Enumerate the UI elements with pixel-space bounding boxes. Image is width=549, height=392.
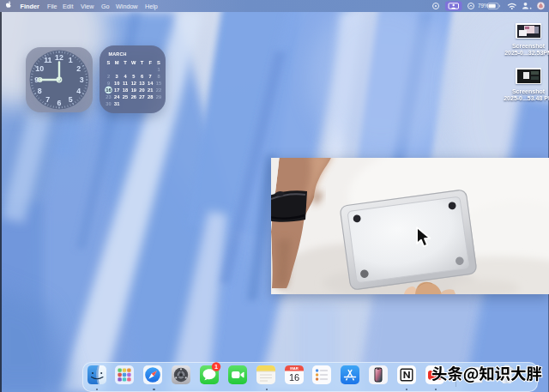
svg-text:11: 11: [44, 56, 51, 64]
svg-text:MARCH: MARCH: [109, 51, 127, 57]
svg-text:29: 29: [156, 94, 161, 100]
svg-text:3: 3: [116, 74, 118, 79]
svg-text:21: 21: [148, 87, 153, 93]
svg-text:23: 23: [106, 94, 111, 100]
svg-text:1: 1: [69, 56, 73, 64]
svg-text:Go: Go: [101, 3, 110, 10]
svg-text:W: W: [131, 60, 136, 65]
svg-text:16: 16: [288, 372, 299, 383]
svg-text:M: M: [115, 60, 119, 65]
svg-text:7: 7: [149, 74, 152, 79]
svg-text:View: View: [81, 3, 94, 10]
svg-text:27: 27: [139, 94, 144, 100]
svg-text:1: 1: [214, 364, 218, 370]
svg-text:Window: Window: [116, 3, 138, 10]
svg-text:7: 7: [45, 95, 50, 104]
svg-text:5: 5: [69, 95, 73, 104]
svg-text:16: 16: [106, 87, 112, 93]
svg-text:S: S: [157, 60, 160, 65]
svg-text:8: 8: [38, 87, 42, 95]
svg-text:4: 4: [76, 87, 81, 95]
svg-text:S: S: [107, 60, 111, 65]
svg-text:15: 15: [156, 81, 161, 86]
svg-text:10: 10: [35, 64, 44, 73]
svg-text:F: F: [148, 60, 152, 65]
svg-text:MAR: MAR: [290, 366, 299, 371]
svg-text:8: 8: [157, 74, 160, 79]
svg-text:12: 12: [131, 81, 136, 86]
svg-text:10: 10: [114, 81, 119, 86]
svg-text:2: 2: [76, 64, 81, 73]
svg-text:17: 17: [114, 87, 119, 93]
svg-text:31: 31: [114, 101, 119, 106]
svg-text:18: 18: [123, 87, 128, 93]
svg-text:3: 3: [80, 75, 84, 84]
svg-text:26: 26: [131, 94, 136, 100]
svg-text:6: 6: [141, 74, 143, 79]
svg-text:Edit: Edit: [63, 3, 73, 10]
svg-text:11: 11: [123, 81, 128, 86]
svg-text:5: 5: [132, 74, 135, 79]
svg-text:12: 12: [55, 53, 63, 62]
svg-text:6: 6: [57, 99, 62, 107]
svg-text:13: 13: [139, 81, 144, 86]
svg-text:Help: Help: [145, 3, 158, 10]
svg-text:2: 2: [107, 74, 110, 79]
svg-text:30: 30: [106, 101, 111, 106]
svg-text:20: 20: [139, 87, 144, 93]
svg-text:T: T: [141, 60, 144, 65]
svg-text:25: 25: [123, 94, 128, 100]
svg-text:28: 28: [148, 94, 153, 100]
svg-text:1: 1: [157, 67, 160, 72]
svg-text:Finder: Finder: [21, 3, 39, 10]
svg-text:File: File: [47, 3, 57, 10]
svg-text:9: 9: [107, 81, 110, 86]
svg-text:14: 14: [148, 81, 154, 86]
svg-text:24: 24: [114, 94, 120, 100]
svg-text:22: 22: [156, 87, 161, 93]
svg-text:T: T: [124, 60, 127, 65]
svg-text:19: 19: [131, 87, 136, 93]
